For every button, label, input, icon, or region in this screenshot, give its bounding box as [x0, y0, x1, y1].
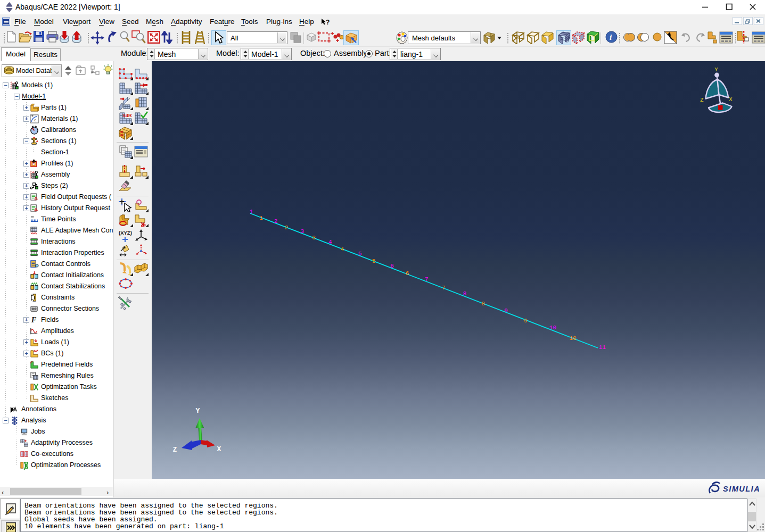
svg-text:?: ? — [326, 19, 330, 26]
svg-text:2: 2 — [285, 225, 289, 231]
svg-text:(XYZ): (XYZ) — [119, 230, 132, 236]
svg-text:5: 5 — [358, 251, 362, 257]
svg-text:10: 10 — [569, 335, 576, 342]
svg-text:Z: Z — [700, 97, 703, 103]
svg-text:6: 6 — [406, 270, 409, 277]
svg-text:1: 1 — [259, 215, 263, 221]
svg-text:8: 8 — [481, 301, 485, 307]
svg-text:11: 11 — [599, 344, 606, 351]
svg-text:X: X — [217, 445, 221, 453]
svg-text:Z: Z — [173, 446, 177, 454]
svg-text:5: 5 — [372, 258, 376, 264]
svg-text:4: 4 — [340, 246, 344, 253]
svg-text:Y: Y — [196, 407, 200, 415]
svg-text:X: X — [729, 96, 733, 103]
svg-text:7: 7 — [442, 285, 446, 291]
svg-text:10: 10 — [549, 325, 556, 331]
svg-text:SIMULIA: SIMULIA — [723, 485, 760, 493]
svg-text:2: 2 — [274, 218, 278, 225]
svg-text:3: 3 — [312, 235, 316, 241]
svg-text:9: 9 — [524, 318, 528, 324]
svg-text:8: 8 — [463, 290, 467, 297]
svg-text:3: 3 — [300, 228, 304, 235]
svg-text:1: 1 — [250, 209, 253, 215]
svg-text:9: 9 — [504, 307, 508, 314]
svg-text:4: 4 — [328, 239, 332, 245]
svg-text:Y: Y — [714, 66, 718, 73]
svg-text:7: 7 — [425, 276, 429, 282]
svg-text:6: 6 — [390, 263, 394, 269]
svg-text:S4R: S4R — [122, 113, 132, 118]
